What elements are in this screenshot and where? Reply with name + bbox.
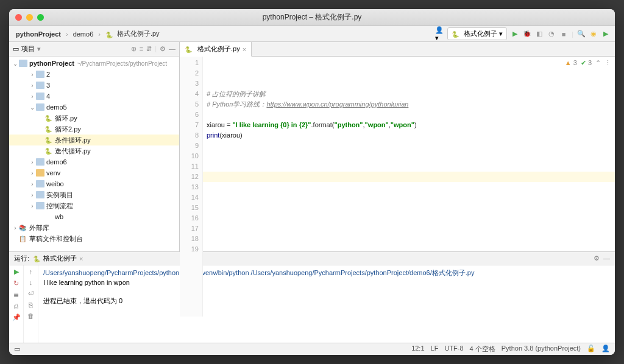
- status-event-log-icon[interactable]: ▭: [14, 345, 20, 353]
- editor-tabs: 格式化例子.py ×: [180, 42, 615, 57]
- tree-item[interactable]: ›demo6: [9, 156, 179, 167]
- expand-icon[interactable]: ›: [29, 93, 36, 100]
- scroll-icon[interactable]: ⎘: [29, 301, 33, 309]
- breadcrumb[interactable]: pythonProject › demo6 › 格式化例子.py: [14, 29, 161, 39]
- status-interpreter[interactable]: Python 3.8 (pythonProject): [502, 345, 581, 354]
- collapse-all-icon[interactable]: ⇵: [146, 45, 152, 53]
- expand-icon[interactable]: ›: [29, 71, 36, 78]
- expand-icon[interactable]: ⌄: [12, 60, 19, 67]
- expand-icon[interactable]: ⌄: [29, 104, 36, 111]
- rerun-button[interactable]: ▶: [14, 268, 19, 276]
- warnings-count[interactable]: 3: [565, 58, 577, 68]
- titlebar[interactable]: pythonProject – 格式化例子.py: [9, 9, 615, 26]
- folder-icon: [36, 180, 44, 187]
- tree-item[interactable]: ›weibo: [9, 178, 179, 189]
- expand-icon[interactable]: ›: [29, 159, 36, 166]
- tree-item[interactable]: ›venv: [9, 167, 179, 178]
- maximize-icon[interactable]: [37, 14, 44, 21]
- tree-item[interactable]: ›实例项目: [9, 189, 179, 200]
- up-icon[interactable]: ↑: [29, 268, 33, 275]
- wrap-icon[interactable]: ⏎: [28, 290, 34, 298]
- python-file-icon: [33, 255, 41, 262]
- statusbar: ▭ 12:1 LF UTF-8 4 个空格 Python 3.8 (python…: [9, 343, 615, 355]
- folder-icon: [19, 60, 27, 67]
- expand-icon[interactable]: ›: [29, 170, 36, 177]
- expand-icon[interactable]: ›: [29, 203, 36, 209]
- file-icon: [44, 213, 53, 220]
- expand-icon[interactable]: ›: [29, 82, 36, 89]
- filter-icon[interactable]: ⎙: [14, 303, 18, 310]
- project-sidebar: ▭ 项目 ▾ ⊕ ≡ ⇵ | ⚙ — ⌄: [9, 42, 180, 251]
- tree-item[interactable]: 迭代循环.py: [9, 145, 179, 156]
- chevron-down-icon[interactable]: ▾: [37, 45, 41, 53]
- select-opened-icon[interactable]: ⊕: [131, 45, 136, 53]
- down-icon[interactable]: ↓: [29, 279, 33, 286]
- sidebar-title[interactable]: 项目: [21, 44, 35, 54]
- tree-item[interactable]: wb: [9, 211, 179, 222]
- tree-item-label: 控制流程: [46, 201, 73, 211]
- stop-button[interactable]: ■: [559, 30, 568, 38]
- lock-icon[interactable]: 🔓: [587, 345, 595, 354]
- stop-button[interactable]: ↻: [13, 279, 19, 287]
- expand-all-icon[interactable]: ≡: [140, 45, 143, 53]
- pin-icon[interactable]: 📌: [12, 313, 21, 321]
- run-tab-label[interactable]: 格式化例子: [43, 254, 77, 263]
- close-icon[interactable]: [15, 14, 22, 21]
- checks-count[interactable]: 3: [581, 58, 592, 68]
- expand-icon[interactable]: ›: [29, 181, 36, 187]
- editor-tab[interactable]: 格式化例子.py ×: [180, 42, 252, 57]
- status-encoding[interactable]: UTF-8: [444, 345, 463, 354]
- tree-item[interactable]: ›控制流程: [9, 200, 179, 211]
- folder-o-icon: [36, 169, 44, 177]
- expand-icon[interactable]: ›: [12, 225, 19, 231]
- tree-root[interactable]: ⌄ pythonProject ~/PycharmProjects/python…: [9, 58, 179, 69]
- hide-icon[interactable]: —: [169, 45, 176, 53]
- tree-item[interactable]: 条件循环.py: [9, 135, 179, 145]
- tab-label: 格式化例子.py: [197, 44, 240, 54]
- tree-item[interactable]: ›3: [9, 80, 179, 91]
- status-cursor-pos[interactable]: 12:1: [411, 345, 424, 354]
- tree-item-label: 循环.py: [55, 114, 77, 123]
- breadcrumb-project[interactable]: pythonProject: [14, 30, 63, 38]
- tree-item[interactable]: ›4: [9, 91, 179, 102]
- gear-icon[interactable]: ⚙: [160, 45, 166, 53]
- tree-item[interactable]: 循环.py: [9, 113, 179, 124]
- user-icon[interactable]: 👤▾: [435, 26, 444, 42]
- expand-icon[interactable]: ›: [29, 192, 36, 198]
- breadcrumb-file[interactable]: 格式化例子.py: [115, 29, 161, 39]
- status-eol[interactable]: LF: [431, 345, 439, 354]
- minimize-icon[interactable]: [26, 14, 33, 21]
- profile-button[interactable]: ◔: [547, 30, 556, 38]
- tree-item-label: 2: [46, 71, 50, 78]
- tree-item[interactable]: ›2: [9, 69, 179, 80]
- folder-icon: [36, 82, 44, 89]
- status-indent[interactable]: 4 个空格: [470, 345, 495, 354]
- more-icon[interactable]: ⋮: [604, 58, 611, 68]
- code-area[interactable]: 12345678910111213141516171819 # 占位符的例子讲解…: [180, 57, 615, 317]
- tree-external-libs[interactable]: › 外部库: [9, 222, 179, 233]
- tree-scratches[interactable]: 草稿文件和控制台: [9, 233, 179, 244]
- run-config-selector[interactable]: 格式化例子 ▾: [447, 27, 507, 40]
- coverage-button[interactable]: ◧: [535, 30, 544, 38]
- tree-item-label: demo5: [46, 103, 67, 111]
- settings-icon[interactable]: ◉: [589, 30, 598, 38]
- search-icon[interactable]: 🔍: [577, 30, 586, 38]
- editor: 格式化例子.py × 12345678910111213141516171819…: [180, 42, 615, 251]
- trash-icon[interactable]: 🗑: [27, 312, 34, 320]
- tree-item[interactable]: ⌄demo5: [9, 102, 179, 113]
- close-tab-icon[interactable]: ×: [243, 46, 246, 53]
- layout-icon[interactable]: ≣: [13, 291, 19, 299]
- project-path: ~/PycharmProjects/pythonProject: [77, 60, 167, 67]
- tree-item[interactable]: 循环2.py: [9, 124, 179, 135]
- close-run-tab-icon[interactable]: ×: [79, 255, 83, 262]
- gutter[interactable]: 12345678910111213141516171819: [180, 57, 203, 317]
- debug-button[interactable]: 🐞: [523, 30, 531, 38]
- expand-icon[interactable]: ⌃: [595, 58, 601, 68]
- run-button[interactable]: ▶: [511, 30, 519, 38]
- breadcrumb-folder[interactable]: demo6: [71, 30, 96, 38]
- project-view-icon[interactable]: ▭: [13, 45, 19, 53]
- project-tree[interactable]: ⌄ pythonProject ~/PycharmProjects/python…: [9, 57, 179, 251]
- code-content[interactable]: # 占位符的例子讲解# Python学习路线：https://www.wpon.…: [203, 57, 615, 317]
- inspection-icon[interactable]: 👤: [601, 345, 610, 354]
- run-anything-icon[interactable]: ▶: [601, 30, 610, 38]
